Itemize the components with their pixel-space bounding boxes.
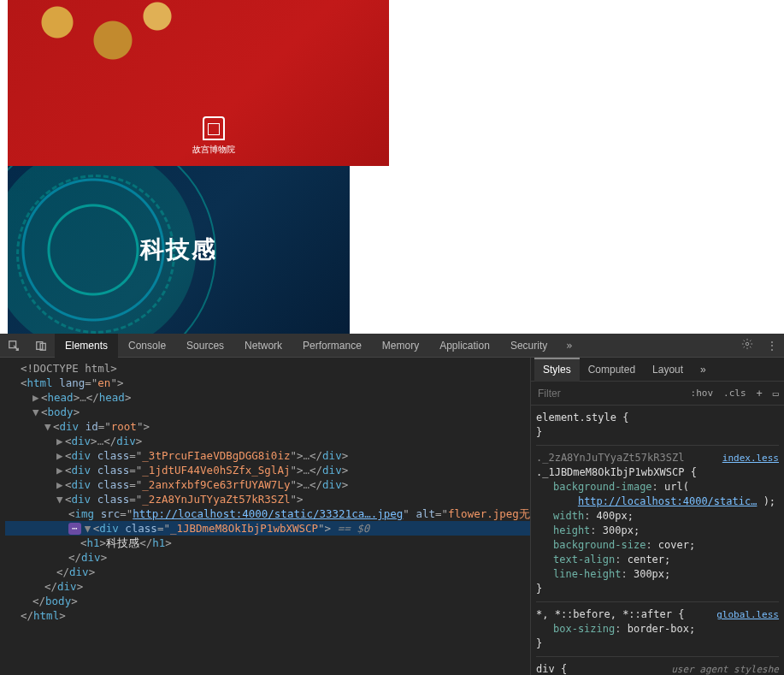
dom-line[interactable]: ▶<div class="_3tPrcuFIaeVDBgDGG8i0iz">…<… xyxy=(5,448,530,463)
hov-toggle[interactable]: :hov xyxy=(686,388,719,399)
styles-tab-layout[interactable]: Layout xyxy=(644,358,692,382)
styles-rules[interactable]: element.style { } index.less ._2zA8YnJuT… xyxy=(531,406,784,675)
styles-more-icon[interactable]: ▭ xyxy=(768,388,784,400)
devtools-tabbar: Elements Console Sources Network Perform… xyxy=(0,334,784,358)
dom-line[interactable]: ▼<div id="root"> xyxy=(5,419,530,434)
styles-sidebar: Styles Computed Layout » :hov .cls + ▭ e… xyxy=(530,358,784,675)
page-preview: 故宫博物院 科技感 xyxy=(0,0,784,334)
dom-line[interactable]: ▶<div>…</div> xyxy=(5,434,530,448)
blue-banner: 科技感 xyxy=(8,166,350,334)
dom-line[interactable]: <img src="http://localhost:4000/static/3… xyxy=(5,506,530,521)
style-rule[interactable]: index.less ._2zA8YnJuTYyaZt57kR3SZl._1JB… xyxy=(536,449,779,602)
dom-line[interactable]: </div> xyxy=(5,565,530,579)
new-rule-plus-icon[interactable]: + xyxy=(752,388,768,400)
device-toggle-icon[interactable] xyxy=(31,335,51,356)
tab-network[interactable]: Network xyxy=(234,334,292,358)
logo-text: 故宫博物院 xyxy=(192,145,235,154)
museum-logo: 故宫博物院 xyxy=(192,116,235,156)
style-rule[interactable]: user agent styleshe div { display: block… xyxy=(536,660,779,675)
style-rule[interactable]: global.less *, *::before, *::after { box… xyxy=(536,606,779,657)
elements-tree[interactable]: <!DOCTYPE html> <html lang="en"> ▶<head>… xyxy=(0,358,530,675)
tab-memory[interactable]: Memory xyxy=(372,334,429,358)
devtools-panel: Elements Console Sources Network Perform… xyxy=(0,334,784,675)
dom-line[interactable]: ▼<body> xyxy=(5,405,530,419)
styles-tabs-overflow-icon[interactable]: » xyxy=(692,358,715,382)
settings-gear-icon[interactable] xyxy=(734,338,760,352)
dom-line[interactable]: </html> xyxy=(5,608,530,623)
tab-performance[interactable]: Performance xyxy=(292,334,372,358)
tabs-overflow-icon[interactable]: » xyxy=(557,340,581,352)
dom-line[interactable]: <h1>科技感</h1> xyxy=(5,536,530,550)
tab-application[interactable]: Application xyxy=(429,334,500,358)
dom-line[interactable]: <!DOCTYPE html> xyxy=(5,361,530,376)
dom-line[interactable]: ▶<div class="_1jdtUF44Ve0hSZfx_SglAj">…<… xyxy=(5,463,530,477)
source-link[interactable]: index.less xyxy=(722,451,779,465)
dom-line-selected[interactable]: ⋯▼<div class="_1JBDmeM8OkIbjP1wbXWSCP"> … xyxy=(5,521,530,536)
tab-security[interactable]: Security xyxy=(500,334,557,358)
style-rule[interactable]: element.style { } xyxy=(536,409,779,446)
devtools-body: <!DOCTYPE html> <html lang="en"> ▶<head>… xyxy=(0,358,784,675)
overflow-badge-icon: ⋯ xyxy=(68,523,81,535)
styles-tab-styles[interactable]: Styles xyxy=(534,358,580,382)
source-link: user agent styleshe xyxy=(671,662,779,675)
cls-toggle[interactable]: .cls xyxy=(718,388,752,399)
source-link[interactable]: global.less xyxy=(716,607,779,622)
dom-line[interactable]: <html lang="en"> xyxy=(5,376,530,390)
dom-line[interactable]: </div> xyxy=(5,579,530,594)
styles-tabbar: Styles Computed Layout » xyxy=(531,358,784,382)
styles-tab-computed[interactable]: Computed xyxy=(580,358,644,382)
dom-line[interactable]: ▼<div class="_2zA8YnJuTYyaZt57kR3SZl"> xyxy=(5,492,530,506)
dom-line[interactable]: ▶<div class="_2anxfxbf9Ce63rfUYAW7Ly">…<… xyxy=(5,477,530,492)
tab-elements[interactable]: Elements xyxy=(55,334,118,358)
svg-point-3 xyxy=(746,342,749,346)
tab-console[interactable]: Console xyxy=(118,334,176,358)
styles-filterbar: :hov .cls + ▭ xyxy=(531,382,784,406)
dom-line[interactable]: </body> xyxy=(5,594,530,608)
blue-banner-title: 科技感 xyxy=(140,234,217,266)
devtools-menu-icon[interactable]: ⋮ xyxy=(760,340,784,352)
dom-line[interactable]: </div> xyxy=(5,550,530,565)
dom-line[interactable]: ▶<head>…</head> xyxy=(5,390,530,405)
inspect-icon[interactable] xyxy=(3,335,24,356)
red-banner: 故宫博物院 xyxy=(8,0,389,166)
logo-mark-icon xyxy=(203,116,225,140)
styles-filter-input[interactable] xyxy=(531,388,686,400)
tab-sources[interactable]: Sources xyxy=(176,334,234,358)
